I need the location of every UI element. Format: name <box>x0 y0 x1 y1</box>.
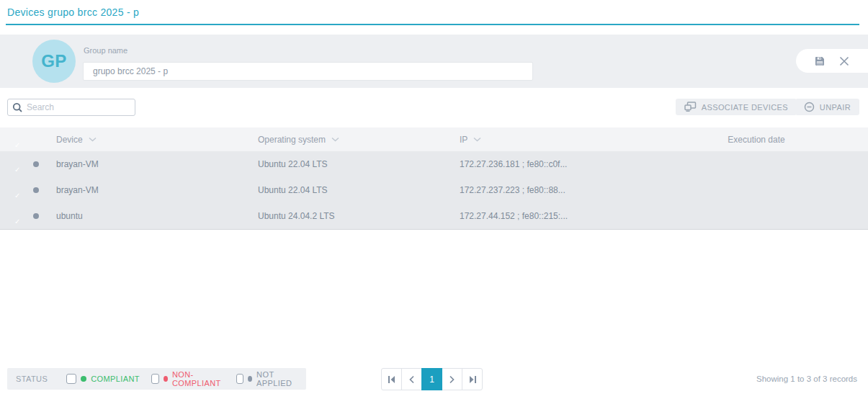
panel-actions <box>796 49 868 73</box>
compliant-label: COMPLIANT <box>91 375 140 383</box>
pagination: 1 <box>381 368 483 390</box>
sort-chevron-icon <box>331 137 339 142</box>
device-os: Ubuntu 22.04 LTS <box>258 185 328 195</box>
search-input[interactable] <box>27 102 130 112</box>
unpair-button[interactable]: UNPAIR <box>795 99 859 115</box>
column-label: Operating system <box>258 135 326 145</box>
non-compliant-dot-icon <box>164 376 168 382</box>
page-1-button[interactable]: 1 <box>421 368 442 390</box>
group-panel: GP Group name <box>0 35 868 88</box>
records-summary: Showing 1 to 3 of 3 records <box>756 375 857 383</box>
devices-icon <box>684 102 697 112</box>
column-header-ip[interactable]: IP <box>460 135 481 145</box>
device-ip: 172.27.44.152 ; fe80::215:... <box>460 211 568 221</box>
devices-group-page: Devices grupo brcc 2025 - p GP Group nam… <box>0 0 868 399</box>
unpair-icon <box>804 102 815 112</box>
group-name-input[interactable] <box>83 62 533 81</box>
table-row[interactable]: brayan-VM Ubuntu 22.04 LTS 172.27.237.22… <box>0 177 868 203</box>
status-legend: STATUS COMPLIANT NON-COMPLIANT NOT APPLI… <box>7 368 306 390</box>
table-header: Device Operating system IP Execution dat… <box>0 127 868 151</box>
device-name: brayan-VM <box>56 185 99 195</box>
associate-devices-button[interactable]: ASSOCIATE DEVICES <box>676 99 797 115</box>
column-label: Device <box>56 135 83 145</box>
title-divider <box>6 24 859 25</box>
device-name: brayan-VM <box>56 159 99 169</box>
legend-item-non-compliant[interactable]: NON-COMPLIANT <box>151 370 225 387</box>
close-button[interactable] <box>837 54 851 68</box>
next-page-button[interactable] <box>442 368 462 390</box>
device-ip: 172.27.236.181 ; fe80::c0f... <box>460 159 567 169</box>
first-page-button[interactable] <box>381 368 402 390</box>
last-page-icon <box>468 375 477 384</box>
legend-item-not-applied[interactable]: NOT APPLIED <box>236 370 296 387</box>
group-name-label: Group name <box>84 46 127 55</box>
column-header-device[interactable]: Device <box>56 135 97 145</box>
next-page-icon <box>449 375 455 384</box>
status-dot <box>33 161 39 167</box>
column-header-os[interactable]: Operating system <box>258 135 339 145</box>
associate-devices-label: ASSOCIATE DEVICES <box>702 103 788 112</box>
device-os: Ubuntu 22.04 LTS <box>258 159 328 169</box>
device-name: ubuntu <box>56 211 83 221</box>
close-icon <box>838 55 850 67</box>
sort-chevron-icon <box>473 137 481 142</box>
non-compliant-checkbox[interactable] <box>151 374 159 384</box>
sort-chevron-icon <box>89 137 97 142</box>
unpair-label: UNPAIR <box>820 103 851 112</box>
previous-page-button[interactable] <box>401 368 422 390</box>
status-legend-label: STATUS <box>7 375 56 383</box>
table-row[interactable]: brayan-VM Ubuntu 22.04 LTS 172.27.236.18… <box>0 151 868 177</box>
group-avatar: GP <box>32 40 76 83</box>
status-dot <box>33 187 39 193</box>
previous-page-icon <box>408 375 415 384</box>
non-compliant-label: NON-COMPLIANT <box>172 370 225 387</box>
table-row[interactable]: ubuntu Ubuntu 24.04.2 LTS 172.27.44.152 … <box>0 203 868 230</box>
last-page-button[interactable] <box>462 368 483 390</box>
page-title: Devices grupo brcc 2025 - p <box>7 6 139 18</box>
save-button[interactable] <box>813 54 827 68</box>
not-applied-checkbox[interactable] <box>236 374 244 384</box>
save-icon <box>814 55 826 67</box>
column-label: IP <box>460 135 467 145</box>
search-box <box>7 99 135 116</box>
first-page-icon <box>388 375 396 384</box>
device-os: Ubuntu 24.04.2 LTS <box>258 211 335 221</box>
compliant-checkbox[interactable] <box>66 374 76 384</box>
legend-item-compliant[interactable]: COMPLIANT <box>66 374 140 384</box>
compliant-dot-icon <box>81 376 86 382</box>
not-applied-label: NOT APPLIED <box>256 370 296 387</box>
search-icon <box>12 102 23 113</box>
not-applied-dot-icon <box>248 376 252 382</box>
status-dot <box>33 213 39 219</box>
column-label: Execution date <box>728 135 784 145</box>
column-header-execution-date: Execution date <box>670 135 843 145</box>
device-ip: 172.27.237.223 ; fe80::88... <box>460 185 565 195</box>
